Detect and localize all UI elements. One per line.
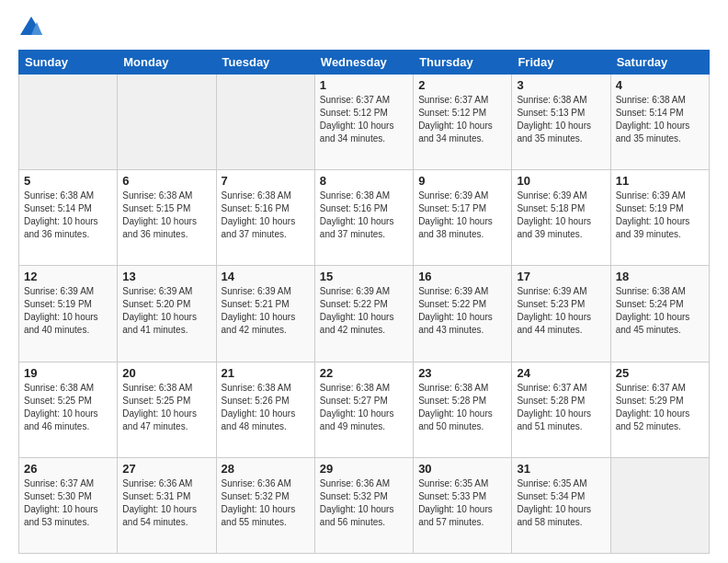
- day-number: 30: [418, 462, 506, 476]
- calendar-week-5: 26Sunrise: 6:37 AM Sunset: 5:30 PM Dayli…: [19, 457, 710, 553]
- weekday-sunday: Sunday: [19, 51, 118, 75]
- calendar-cell: 17Sunrise: 6:39 AM Sunset: 5:23 PM Dayli…: [512, 266, 610, 362]
- day-info: Sunrise: 6:35 AM Sunset: 5:34 PM Dayligh…: [517, 477, 605, 529]
- day-info: Sunrise: 6:37 AM Sunset: 5:29 PM Dayligh…: [616, 382, 704, 433]
- day-number: 1: [320, 78, 408, 92]
- weekday-thursday: Thursday: [414, 51, 512, 75]
- logo: [18, 15, 48, 40]
- calendar-cell: 14Sunrise: 6:39 AM Sunset: 5:21 PM Dayli…: [216, 266, 314, 362]
- calendar-cell: 11Sunrise: 6:39 AM Sunset: 5:19 PM Dayli…: [610, 170, 709, 266]
- day-info: Sunrise: 6:38 AM Sunset: 5:24 PM Dayligh…: [616, 285, 704, 337]
- day-number: 7: [222, 174, 310, 188]
- weekday-tuesday: Tuesday: [216, 51, 314, 75]
- calendar-cell: 27Sunrise: 6:36 AM Sunset: 5:31 PM Dayli…: [118, 457, 216, 553]
- day-number: 23: [418, 366, 506, 380]
- day-info: Sunrise: 6:38 AM Sunset: 5:14 PM Dayligh…: [24, 190, 112, 241]
- day-number: 5: [24, 174, 112, 188]
- calendar-cell: 21Sunrise: 6:38 AM Sunset: 5:26 PM Dayli…: [216, 362, 314, 457]
- calendar-cell: 18Sunrise: 6:38 AM Sunset: 5:24 PM Dayli…: [610, 266, 709, 362]
- day-info: Sunrise: 6:39 AM Sunset: 5:18 PM Dayligh…: [517, 190, 605, 241]
- day-info: Sunrise: 6:38 AM Sunset: 5:25 PM Dayligh…: [24, 382, 112, 433]
- calendar-cell: [118, 75, 216, 170]
- calendar-cell: [610, 457, 709, 553]
- day-info: Sunrise: 6:37 AM Sunset: 5:28 PM Dayligh…: [517, 382, 605, 433]
- day-number: 26: [24, 462, 112, 476]
- weekday-saturday: Saturday: [610, 51, 709, 75]
- day-number: 16: [418, 270, 506, 283]
- day-info: Sunrise: 6:39 AM Sunset: 5:22 PM Dayligh…: [418, 285, 506, 337]
- day-info: Sunrise: 6:38 AM Sunset: 5:27 PM Dayligh…: [320, 382, 408, 433]
- calendar-week-3: 12Sunrise: 6:39 AM Sunset: 5:19 PM Dayli…: [19, 266, 710, 362]
- day-info: Sunrise: 6:37 AM Sunset: 5:12 PM Dayligh…: [418, 94, 506, 145]
- day-info: Sunrise: 6:38 AM Sunset: 5:16 PM Dayligh…: [320, 190, 408, 241]
- day-info: Sunrise: 6:38 AM Sunset: 5:13 PM Dayligh…: [517, 94, 605, 145]
- calendar-body: 1Sunrise: 6:37 AM Sunset: 5:12 PM Daylig…: [19, 75, 710, 554]
- calendar-cell: 16Sunrise: 6:39 AM Sunset: 5:22 PM Dayli…: [414, 266, 512, 362]
- day-info: Sunrise: 6:38 AM Sunset: 5:16 PM Dayligh…: [222, 190, 310, 241]
- day-info: Sunrise: 6:35 AM Sunset: 5:33 PM Dayligh…: [418, 477, 506, 529]
- day-number: 15: [320, 270, 408, 283]
- day-info: Sunrise: 6:36 AM Sunset: 5:31 PM Dayligh…: [122, 477, 210, 529]
- day-info: Sunrise: 6:39 AM Sunset: 5:20 PM Dayligh…: [122, 285, 210, 337]
- calendar-cell: 4Sunrise: 6:38 AM Sunset: 5:14 PM Daylig…: [610, 75, 709, 170]
- page: SundayMondayTuesdayWednesdayThursdayFrid…: [0, 0, 728, 563]
- calendar: SundayMondayTuesdayWednesdayThursdayFrid…: [18, 50, 710, 554]
- calendar-cell: 13Sunrise: 6:39 AM Sunset: 5:20 PM Dayli…: [118, 266, 216, 362]
- day-number: 27: [122, 462, 210, 476]
- day-info: Sunrise: 6:39 AM Sunset: 5:21 PM Dayligh…: [222, 285, 310, 337]
- day-info: Sunrise: 6:38 AM Sunset: 5:25 PM Dayligh…: [122, 382, 210, 433]
- day-number: 29: [320, 462, 408, 476]
- day-number: 3: [517, 78, 605, 92]
- calendar-cell: 26Sunrise: 6:37 AM Sunset: 5:30 PM Dayli…: [19, 457, 118, 553]
- logo-icon: [18, 15, 44, 40]
- day-info: Sunrise: 6:39 AM Sunset: 5:17 PM Dayligh…: [418, 190, 506, 241]
- calendar-cell: 25Sunrise: 6:37 AM Sunset: 5:29 PM Dayli…: [610, 362, 709, 457]
- day-number: 14: [222, 270, 310, 283]
- calendar-cell: 7Sunrise: 6:38 AM Sunset: 5:16 PM Daylig…: [216, 170, 314, 266]
- calendar-cell: 2Sunrise: 6:37 AM Sunset: 5:12 PM Daylig…: [414, 75, 512, 170]
- day-info: Sunrise: 6:38 AM Sunset: 5:14 PM Dayligh…: [616, 94, 704, 145]
- calendar-week-1: 1Sunrise: 6:37 AM Sunset: 5:12 PM Daylig…: [19, 75, 710, 170]
- day-number: 4: [616, 78, 704, 92]
- day-number: 13: [122, 270, 210, 283]
- calendar-cell: 19Sunrise: 6:38 AM Sunset: 5:25 PM Dayli…: [19, 362, 118, 457]
- calendar-cell: 29Sunrise: 6:36 AM Sunset: 5:32 PM Dayli…: [314, 457, 413, 553]
- day-number: 10: [517, 174, 605, 188]
- day-info: Sunrise: 6:39 AM Sunset: 5:23 PM Dayligh…: [517, 285, 605, 337]
- day-number: 6: [122, 174, 210, 188]
- day-number: 20: [122, 366, 210, 380]
- day-number: 25: [616, 366, 704, 380]
- calendar-cell: 5Sunrise: 6:38 AM Sunset: 5:14 PM Daylig…: [19, 170, 118, 266]
- calendar-cell: 28Sunrise: 6:36 AM Sunset: 5:32 PM Dayli…: [216, 457, 314, 553]
- calendar-cell: 23Sunrise: 6:38 AM Sunset: 5:28 PM Dayli…: [414, 362, 512, 457]
- calendar-cell: 24Sunrise: 6:37 AM Sunset: 5:28 PM Dayli…: [512, 362, 610, 457]
- day-info: Sunrise: 6:36 AM Sunset: 5:32 PM Dayligh…: [320, 477, 408, 529]
- day-number: 11: [616, 174, 704, 188]
- calendar-cell: 20Sunrise: 6:38 AM Sunset: 5:25 PM Dayli…: [118, 362, 216, 457]
- day-info: Sunrise: 6:37 AM Sunset: 5:12 PM Dayligh…: [320, 94, 408, 145]
- calendar-cell: [19, 75, 118, 170]
- calendar-cell: 31Sunrise: 6:35 AM Sunset: 5:34 PM Dayli…: [512, 457, 610, 553]
- calendar-header: SundayMondayTuesdayWednesdayThursdayFrid…: [19, 51, 710, 75]
- day-info: Sunrise: 6:39 AM Sunset: 5:19 PM Dayligh…: [24, 285, 112, 337]
- weekday-monday: Monday: [118, 51, 216, 75]
- day-number: 2: [418, 78, 506, 92]
- day-number: 8: [320, 174, 408, 188]
- calendar-cell: 12Sunrise: 6:39 AM Sunset: 5:19 PM Dayli…: [19, 266, 118, 362]
- day-number: 9: [418, 174, 506, 188]
- day-number: 24: [517, 366, 605, 380]
- day-info: Sunrise: 6:38 AM Sunset: 5:26 PM Dayligh…: [222, 382, 310, 433]
- calendar-week-2: 5Sunrise: 6:38 AM Sunset: 5:14 PM Daylig…: [19, 170, 710, 266]
- calendar-cell: 3Sunrise: 6:38 AM Sunset: 5:13 PM Daylig…: [512, 75, 610, 170]
- calendar-cell: 22Sunrise: 6:38 AM Sunset: 5:27 PM Dayli…: [314, 362, 413, 457]
- calendar-week-4: 19Sunrise: 6:38 AM Sunset: 5:25 PM Dayli…: [19, 362, 710, 457]
- weekday-header-row: SundayMondayTuesdayWednesdayThursdayFrid…: [19, 51, 710, 75]
- calendar-cell: 6Sunrise: 6:38 AM Sunset: 5:15 PM Daylig…: [118, 170, 216, 266]
- day-number: 21: [222, 366, 310, 380]
- day-number: 22: [320, 366, 408, 380]
- calendar-cell: 1Sunrise: 6:37 AM Sunset: 5:12 PM Daylig…: [314, 75, 413, 170]
- day-number: 12: [24, 270, 112, 283]
- calendar-cell: 15Sunrise: 6:39 AM Sunset: 5:22 PM Dayli…: [314, 266, 413, 362]
- day-number: 17: [517, 270, 605, 283]
- calendar-cell: 9Sunrise: 6:39 AM Sunset: 5:17 PM Daylig…: [414, 170, 512, 266]
